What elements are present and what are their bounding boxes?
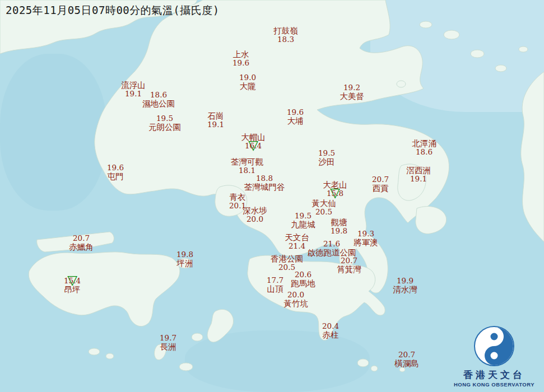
hko-logo: 香港天文台 HONG KONG OBSERVATORY [452, 325, 536, 388]
logo-name-zh: 香港天文台 [452, 368, 536, 381]
temperature-map-screen: 2025年11月05日07時00分的氣溫(攝氏度) 打鼓嶺18.3上水19.61… [0, 0, 544, 392]
page-title: 2025年11月05日07時00分的氣溫(攝氏度) [6, 3, 220, 18]
hko-emblem-icon [473, 325, 515, 367]
logo-name-en: HONG KONG OBSERVATORY [452, 381, 536, 388]
